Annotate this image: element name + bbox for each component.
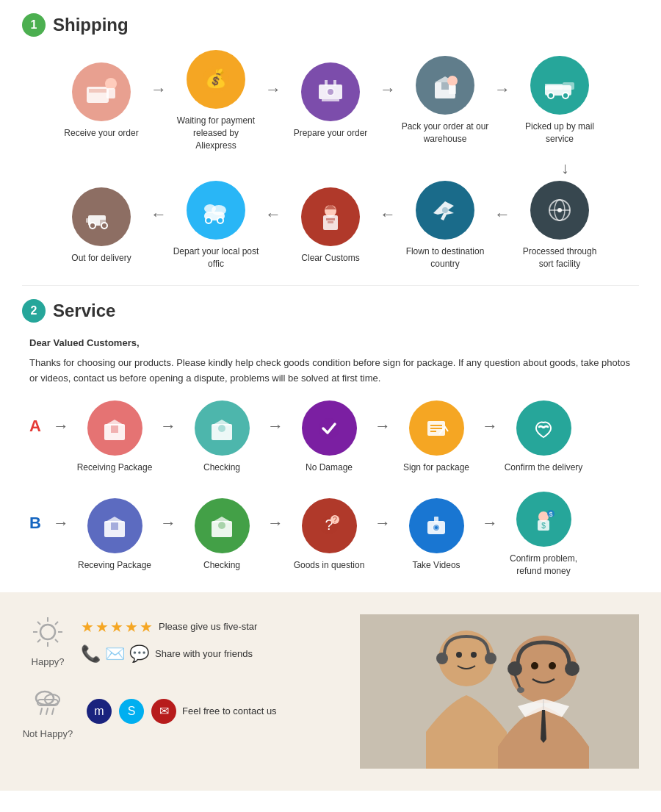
svg-point-40 (557, 208, 562, 212)
flow-label-pack: Pack your order at our warehouse (401, 121, 489, 145)
svg-rect-13 (441, 82, 449, 90)
flow-label-delivery: Out for delivery (71, 252, 131, 265)
svg-point-29 (206, 218, 212, 223)
svg-text:$: $ (549, 511, 552, 518)
section-number-service: 2 (22, 299, 46, 323)
svg-point-23 (90, 223, 95, 229)
svg-point-47 (319, 418, 339, 439)
share-text: Share with your friends (155, 648, 253, 659)
svg-rect-3 (106, 88, 115, 98)
ab-text-a4: Sign for package (403, 461, 469, 474)
arrow-b3: → (267, 514, 283, 533)
service-heading: Service (53, 301, 115, 321)
arrow-left-1: ← (151, 205, 167, 224)
flow-label-customs: Clear Customs (301, 252, 359, 265)
ab-text-a2: Checking (203, 461, 240, 474)
arrow-4: → (494, 80, 510, 99)
unhappy-block: Not Happy? m S ✉ Feel free to contact us (22, 683, 345, 739)
ab-circle-b5: $$ (516, 492, 571, 547)
svg-text:$: $ (541, 522, 546, 530)
arrow-left-2: ← (265, 205, 281, 224)
svg-text:?: ? (333, 516, 337, 524)
happy-label: Happy? (32, 656, 65, 667)
service-body: Thanks for choosing our products. Please… (29, 356, 632, 387)
ab-item-a2: Checking (178, 400, 266, 474)
svg-point-10 (327, 88, 334, 96)
unhappy-label: Not Happy? (23, 728, 73, 739)
contact-icon-email[interactable]: ✉ (151, 699, 176, 724)
shipping-section: 1 Shipping Receive your order → 💰 Waitin… (0, 0, 661, 285)
flow-label-payment: Waiting for payment released by Aliexpre… (172, 115, 260, 151)
service-greeting: Dear Valued Customers, (29, 336, 632, 351)
share-icon-email: ✉️ (105, 644, 125, 664)
svg-point-94 (565, 661, 579, 676)
svg-rect-65 (434, 517, 438, 522)
service-title: 2 Service (22, 299, 639, 323)
staff-image (360, 614, 639, 769)
happy-left: Happy? ★ ★ ★ ★ ★ Please give us five-sta… (22, 614, 345, 769)
svg-point-71 (40, 625, 55, 639)
email-icon: ✉ (159, 704, 169, 718)
svg-marker-53 (104, 517, 125, 522)
happy-section: Happy? ★ ★ ★ ★ ★ Please give us five-sta… (0, 592, 661, 791)
share-icon-chat: 💬 (129, 644, 149, 664)
svg-point-91 (471, 652, 477, 658)
svg-rect-34 (328, 221, 333, 223)
flow-circle-pickup (530, 56, 589, 115)
svg-line-79 (37, 639, 40, 642)
service-section: 2 Service Dear Valued Customers, Thanks … (0, 286, 661, 585)
ab-circle-a5 (516, 400, 571, 456)
svg-line-77 (55, 639, 58, 642)
five-star-text: Please give us five-star (159, 621, 257, 632)
ab-text-b4: Take Videos (412, 559, 460, 572)
arrow-1: → (151, 80, 167, 99)
svg-point-28 (212, 205, 226, 215)
svg-point-36 (442, 207, 448, 213)
svg-text:💰: 💰 (205, 68, 227, 89)
contact-text: Feel free to contact us (182, 705, 277, 716)
svg-point-18 (548, 93, 554, 98)
svg-rect-43 (111, 425, 118, 433)
messenger-icon: m (94, 705, 104, 718)
flow-b-row: B → Receving Package → Checking → ?? Goo… (22, 484, 639, 578)
flow-circle-flown (416, 181, 474, 240)
flow-b-label: B (29, 514, 51, 533)
svg-point-93 (508, 661, 522, 676)
svg-line-76 (37, 622, 40, 625)
svg-rect-15 (449, 85, 456, 94)
flow-label-flown: Flown to destination country (401, 245, 489, 270)
svg-point-64 (435, 526, 438, 529)
svg-point-46 (218, 425, 225, 432)
contact-icons: m S ✉ (87, 699, 176, 724)
ab-circle-a1 (87, 400, 142, 456)
svg-line-84 (46, 708, 48, 714)
shipping-row-1: Receive your order → 💰 Waiting for payme… (22, 50, 639, 151)
svg-point-90 (456, 652, 462, 658)
svg-rect-7 (322, 99, 339, 101)
sun-icon (30, 614, 65, 656)
flow-item-delivery: Out for delivery (54, 187, 149, 265)
star-icons: ★ ★ ★ ★ ★ (81, 618, 153, 636)
flow-item-receive: Receive your order (54, 62, 149, 140)
ab-circle-b3: ?? (302, 498, 357, 553)
svg-marker-35 (325, 204, 336, 209)
svg-point-97 (531, 662, 538, 669)
ab-text-a1: Receiving Package (77, 461, 153, 474)
svg-point-2 (105, 78, 117, 90)
ab-text-a3: No Damage (306, 461, 353, 474)
flow-circle-sort (530, 181, 589, 240)
ab-circle-a2 (195, 400, 250, 456)
flow-label-prepare: Prepare your order (294, 127, 368, 140)
ab-item-a3: No Damage (285, 400, 373, 474)
shipping-heading: Shipping (53, 15, 129, 35)
ab-text-b2: Checking (203, 559, 240, 572)
arrow-3: → (380, 80, 396, 99)
ab-circle-b4 (409, 498, 464, 553)
svg-rect-54 (111, 522, 118, 530)
flow-circle-pack (416, 56, 474, 115)
happy-block: Happy? ★ ★ ★ ★ ★ Please give us five-sta… (22, 614, 345, 667)
arrow-a4: → (375, 417, 391, 436)
contact-icon-skype[interactable]: S (119, 699, 144, 724)
service-text-block: Dear Valued Customers, Thanks for choosi… (22, 336, 639, 393)
contact-icon-messenger[interactable]: m (87, 699, 112, 724)
